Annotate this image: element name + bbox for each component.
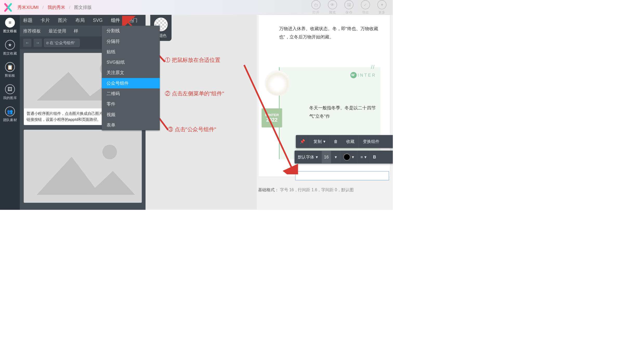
dropdown-item-parts[interactable]: 零件 xyxy=(102,99,160,109)
align-icon: ≡ xyxy=(360,155,363,160)
slashes-deco: // xyxy=(371,64,375,70)
nav-back-button[interactable]: ← xyxy=(23,39,31,47)
dropdown-item-svgsticker[interactable]: SVG贴纸 xyxy=(102,57,160,68)
rail-team[interactable]: 👥 团队素材 xyxy=(3,107,17,122)
rail-clipboard[interactable]: 📋 剪贴板 xyxy=(5,62,15,78)
subtab-recent[interactable]: 最近使用 xyxy=(49,28,66,34)
arrow-left-icon: ← xyxy=(25,40,29,45)
dropdown-item-qrcode[interactable]: 二维码 xyxy=(102,88,160,99)
category-tabs: 标题 卡片 图片 布局 SVG 组件 热门 xyxy=(20,15,146,25)
chevron-down-icon: ▾ xyxy=(364,155,366,160)
image-icon: 🖼 xyxy=(5,84,15,94)
placeholder-image xyxy=(24,130,142,203)
selection-toolbar: 📌 复制▾ 🗑 收藏 变换组件 xyxy=(296,135,393,148)
annotation-1: ① 把鼠标放在合适位置 xyxy=(165,56,220,64)
annotation-2: ② 点击左侧菜单的"组件" xyxy=(165,90,224,97)
footer-format: 基础格式： 字号 16，行间距 1.6，字间距 0，默认图 xyxy=(258,187,353,193)
body-paragraph[interactable]: 万物进入休养、收藏状态。冬，即"终也、万物收藏也"，立冬后万物开始闭藏。 xyxy=(279,24,380,41)
chevron-down-icon: ▾ xyxy=(323,139,325,144)
tab-card[interactable]: 卡片 xyxy=(41,17,50,23)
more-button[interactable]: ▾更多 xyxy=(377,0,386,15)
breadcrumb-sep: / xyxy=(42,5,44,10)
dropdown-item-divider[interactable]: 分割线 xyxy=(102,26,160,36)
breadcrumb-current: 图文排版 xyxy=(74,4,92,10)
copy-button[interactable]: 复制▾ xyxy=(309,135,330,148)
check-icon: ✓ xyxy=(361,0,370,9)
lines-icon: ≡ xyxy=(5,18,15,28)
app-logo xyxy=(3,3,13,12)
search-input[interactable]: ⎚ 在 '公众号组件' xyxy=(44,39,80,47)
save-button[interactable]: 🖫保存 xyxy=(344,0,353,15)
transform-button[interactable]: 变换组件 xyxy=(359,135,383,148)
template-card[interactable] xyxy=(24,130,142,203)
eye-icon: 👁 xyxy=(328,0,337,9)
dropdown-item-separator[interactable]: 分隔符 xyxy=(102,36,160,47)
save-icon: 🖫 xyxy=(344,0,353,9)
pin-icon: 📌 xyxy=(300,139,305,144)
align-button[interactable]: ≡▾ xyxy=(357,151,370,164)
rail-favorite[interactable]: ★ 图文收藏 xyxy=(3,40,17,56)
tab-layout[interactable]: 布局 xyxy=(75,17,84,23)
open-button[interactable]: 🗀打开 xyxy=(311,0,320,15)
dropdown-item-follow[interactable]: 关注原文 xyxy=(102,68,160,78)
document-canvas: 万物进入休养、收藏状态。冬，即"终也、万物收藏也"，立冬后万物开始闭藏。 // … xyxy=(257,15,393,210)
subtab-recommend[interactable]: 推荐模板 xyxy=(23,28,41,34)
chevron-down-icon: ▾ xyxy=(377,0,386,9)
dropdown-item-form[interactable]: 表单 xyxy=(102,120,160,130)
filter-icon: ⎚ xyxy=(46,41,49,45)
folder-icon: 🗀 xyxy=(311,0,320,9)
trash-icon: 🗑 xyxy=(334,139,338,144)
bookmark-icon: ★ xyxy=(5,40,15,50)
tab-component[interactable]: 组件 xyxy=(111,17,120,23)
breadcrumb-brand[interactable]: 秀米XIUMI xyxy=(17,4,39,10)
rail-templates[interactable]: ≡ 图文模板 xyxy=(3,18,17,34)
winter-label: W INTER xyxy=(350,72,376,78)
insert-placeholder[interactable] xyxy=(295,171,389,180)
font-size-input[interactable]: 16 xyxy=(322,151,331,164)
annotation-3: ③ 点击"公众号组件" xyxy=(168,126,216,133)
font-select[interactable]: 默认字体▾ xyxy=(294,151,321,164)
top-bar: 秀米XIUMI / 我的秀米 / 图文排版 🗀打开 👁预览 🖫保存 ✓导出 ▾更… xyxy=(0,0,393,15)
dropdown-item-officialaccount[interactable]: 公众号组件 xyxy=(102,78,160,88)
breadcrumb-mine[interactable]: 我的秀米 xyxy=(48,4,65,10)
tab-svg[interactable]: SVG xyxy=(93,18,102,23)
chevron-down-icon: ▾ xyxy=(352,155,354,160)
dropdown-item-video[interactable]: 视频 xyxy=(102,109,160,120)
chevron-down-icon: ▾ xyxy=(316,155,318,160)
people-icon: 👥 xyxy=(5,107,15,116)
subtab-sample[interactable]: 样 xyxy=(74,28,78,34)
breadcrumb: 秀米XIUMI / 我的秀米 / 图文排版 xyxy=(17,4,92,10)
breadcrumb-sep: / xyxy=(69,5,70,10)
w-badge-icon: W xyxy=(350,72,357,78)
clipboard-icon: 📋 xyxy=(5,62,15,72)
winter-body-text[interactable]: 冬天一般指冬季。冬是以二十四节气"立冬"作 xyxy=(309,104,377,121)
preview-button[interactable]: 👁预览 xyxy=(328,0,337,15)
favorite-button[interactable]: 收藏 xyxy=(342,135,359,148)
component-dropdown: 分割线 分隔符 贴纸 SVG贴纸 关注原文 公众号组件 二维码 零件 视频 表单 xyxy=(102,26,160,130)
cup-image xyxy=(265,70,290,96)
delete-button[interactable]: 🗑 xyxy=(330,135,342,148)
chevron-down-icon: ▾ xyxy=(335,155,337,160)
arrow-right-icon: → xyxy=(36,40,40,45)
pin-button[interactable]: 📌 xyxy=(296,135,309,148)
text-toolbar: 默认字体▾ 16 ▾ ▾ ≡▾ B xyxy=(294,151,393,164)
tab-title[interactable]: 标题 xyxy=(23,17,32,23)
winter-year-card: WINTER 2022 xyxy=(262,108,282,127)
svg-point-7 xyxy=(102,145,117,159)
color-dot-icon xyxy=(343,154,350,161)
text-color-button[interactable]: ▾ xyxy=(340,151,357,164)
side-rail: ≡ 图文模板 ★ 图文收藏 📋 剪贴板 🖼 我的图库 👥 团队素材 xyxy=(0,15,20,210)
font-size-step[interactable]: ▾ xyxy=(332,151,340,164)
nav-forward-button[interactable]: → xyxy=(34,39,42,47)
rail-gallery[interactable]: 🖼 我的图库 xyxy=(3,84,17,100)
tab-image[interactable]: 图片 xyxy=(58,17,67,23)
export-button[interactable]: ✓导出 xyxy=(361,0,370,15)
tab-hot[interactable]: 热门 xyxy=(128,17,137,23)
bold-button[interactable]: B xyxy=(370,151,379,164)
dropdown-item-sticker[interactable]: 贴纸 xyxy=(102,47,160,57)
top-actions: 🗀打开 👁预览 🖫保存 ✓导出 ▾更多 xyxy=(311,0,390,15)
